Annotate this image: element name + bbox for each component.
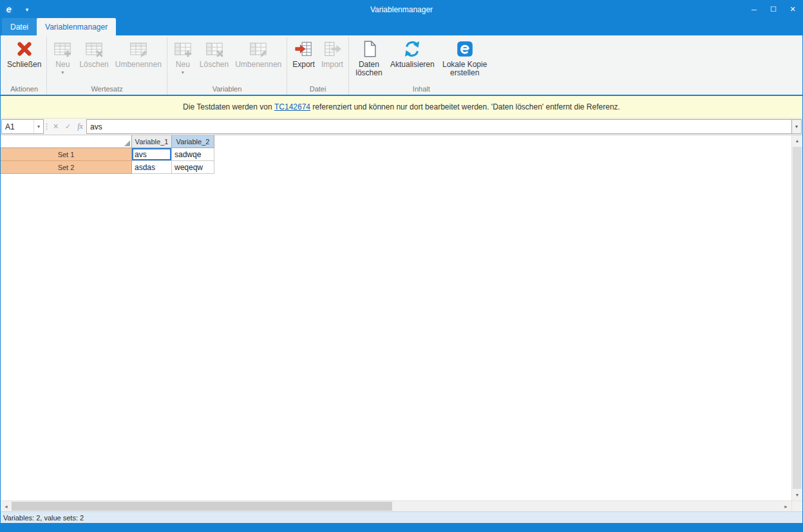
ribbon-group-aktionen: Schließen Aktionen	[2, 37, 46, 95]
column-add-icon	[173, 39, 193, 59]
reference-info-bar: Die Testdaten werden von TC142674 refere…	[1, 96, 802, 119]
ribbon-tab-row: Datei Variablenmanager	[1, 18, 802, 35]
grid-header-row: Variable_1 Variable_2	[1, 135, 802, 148]
column-header-variable-2[interactable]: Variable_2	[172, 135, 214, 148]
refresh-icon	[402, 39, 422, 59]
info-text-before: Die Testdaten werden von	[183, 102, 274, 111]
column-delete-icon	[204, 39, 225, 59]
name-box-value[interactable]: A1	[2, 120, 33, 133]
button-label: Import	[321, 61, 343, 69]
ribbon-group-datei: Export Import Datei	[287, 37, 348, 95]
schliessen-button[interactable]: Schließen	[4, 37, 44, 69]
close-red-icon	[14, 39, 35, 59]
wertesatz-umbenennen-button: Umbenennen	[112, 37, 165, 69]
button-label: Export	[292, 61, 315, 69]
button-label: Umbenennen	[115, 61, 162, 69]
variablenmanager-window: ▾ Variablenmanager ─ ☐ ✕ Datei Variablen…	[0, 0, 803, 532]
group-label-datei: Datei	[289, 84, 346, 95]
vertical-scrollbar[interactable]: ▲ ▼	[791, 135, 802, 500]
daten-loeschen-button[interactable]: Daten löschen	[351, 37, 387, 77]
export-icon	[294, 39, 314, 59]
variablen-loeschen-button: Löschen	[196, 37, 232, 69]
scrollbar-corner	[791, 500, 802, 511]
button-label: Löschen	[200, 61, 229, 69]
status-text: Variables: 2, value sets: 2	[3, 514, 84, 522]
wertesatz-neu-button: Neu ▾	[49, 37, 76, 75]
row-header-set2[interactable]: Set 2	[1, 161, 132, 174]
formula-bar-splitter-icon[interactable]: ⋮	[44, 119, 50, 134]
cancel-entry-button[interactable]: ✕	[50, 119, 62, 134]
confirm-entry-button[interactable]: ✓	[62, 119, 74, 134]
column-header-variable-1[interactable]: Variable_1	[132, 135, 172, 148]
formula-input[interactable]	[86, 119, 792, 134]
chevron-down-icon: ▾	[61, 70, 64, 75]
group-label-aktionen: Aktionen	[4, 84, 44, 95]
chevron-down-icon: ▾	[182, 70, 184, 75]
testcase-link[interactable]: TC142674	[274, 102, 310, 111]
title-bar: ▾ Variablenmanager ─ ☐ ✕	[1, 1, 802, 18]
info-text-after: referenziert und können nur dort bearbei…	[310, 102, 620, 111]
quick-access-dropdown-icon[interactable]: ▾	[22, 6, 32, 13]
table-delete-icon	[84, 39, 104, 59]
vertical-scroll-track[interactable]	[792, 146, 802, 489]
tab-variablenmanager[interactable]: Variablenmanager	[37, 18, 116, 35]
horizontal-scrollbar[interactable]: ◄ ►	[1, 500, 791, 511]
group-label-variablen: Variablen	[169, 84, 285, 95]
name-box[interactable]: A1 ▾	[1, 119, 44, 134]
window-controls: ─ ☐ ✕	[744, 1, 802, 18]
name-box-dropdown-icon[interactable]: ▾	[33, 120, 43, 133]
ribbon-group-variablen: Neu ▾ Löschen Umbenennen Variablen	[167, 37, 287, 95]
scroll-up-icon[interactable]: ▲	[792, 135, 802, 146]
export-button[interactable]: Export	[289, 37, 318, 69]
column-rename-icon	[248, 39, 269, 59]
button-label: Neu	[176, 61, 190, 69]
cell-a2[interactable]: asdas	[132, 161, 172, 174]
aktualisieren-button[interactable]: Aktualisieren	[387, 37, 438, 69]
minimize-button[interactable]: ─	[744, 1, 764, 18]
app-logo-icon	[455, 39, 475, 59]
ribbon: Schließen Aktionen Neu ▾ Löschen	[1, 35, 802, 96]
document-icon	[359, 39, 379, 59]
ribbon-group-wertesatz: Neu ▾ Löschen Umbenennen Wertesatz	[46, 37, 166, 95]
maximize-button[interactable]: ☐	[764, 1, 783, 18]
scroll-down-icon[interactable]: ▼	[792, 489, 802, 500]
row-header-set1[interactable]: Set 1	[1, 148, 132, 161]
ribbon-group-inhalt: Daten löschen Aktualisieren Lokale Kopie…	[348, 37, 494, 95]
vertical-scroll-thumb[interactable]	[793, 147, 802, 489]
import-icon	[322, 39, 343, 59]
cell-a1[interactable]: avs	[132, 148, 172, 161]
variable-grid: Variable_1 Variable_2 Set 1 avs sadwqe S…	[1, 135, 802, 511]
app-logo-icon[interactable]	[4, 5, 14, 15]
import-button: Import	[318, 37, 346, 69]
button-label: Umbenennen	[235, 61, 281, 69]
status-bar: Variables: 2, value sets: 2	[1, 511, 802, 523]
table-add-icon	[52, 39, 73, 59]
scroll-left-icon[interactable]: ◄	[1, 501, 12, 511]
button-label: Neu	[55, 61, 70, 69]
tab-datei[interactable]: Datei	[2, 18, 37, 35]
scroll-right-icon[interactable]: ►	[780, 501, 791, 511]
grid-row-set2: Set 2 asdas weqeqw	[1, 161, 802, 174]
variablen-umbenennen-button: Umbenennen	[232, 37, 285, 69]
variablen-neu-button: Neu ▾	[169, 37, 196, 75]
wertesatz-loeschen-button: Löschen	[76, 37, 111, 69]
group-label-wertesatz: Wertesatz	[49, 84, 164, 95]
close-button[interactable]: ✕	[783, 1, 802, 18]
horizontal-scroll-thumb[interactable]	[12, 502, 392, 511]
insert-function-button[interactable]: fx	[74, 119, 86, 134]
cell-b2[interactable]: weqeqw	[172, 161, 214, 174]
group-label-inhalt: Inhalt	[351, 84, 492, 95]
lokale-kopie-erstellen-button[interactable]: Lokale Kopie erstellen	[438, 37, 492, 77]
horizontal-scroll-track[interactable]	[12, 501, 780, 511]
button-label: Daten löschen	[354, 61, 384, 77]
formula-bar: A1 ▾ ⋮ ✕ ✓ fx ▾	[1, 119, 802, 135]
table-rename-icon	[128, 39, 149, 59]
window-title: Variablenmanager	[370, 5, 433, 14]
formula-dropdown-icon[interactable]: ▾	[792, 119, 802, 134]
window-bottom-border	[1, 523, 802, 531]
button-label: Löschen	[79, 61, 108, 69]
button-label: Aktualisieren	[390, 61, 435, 69]
select-all-corner[interactable]	[1, 135, 132, 148]
button-label: Lokale Kopie erstellen	[441, 61, 489, 77]
cell-b1[interactable]: sadwqe	[172, 148, 214, 161]
